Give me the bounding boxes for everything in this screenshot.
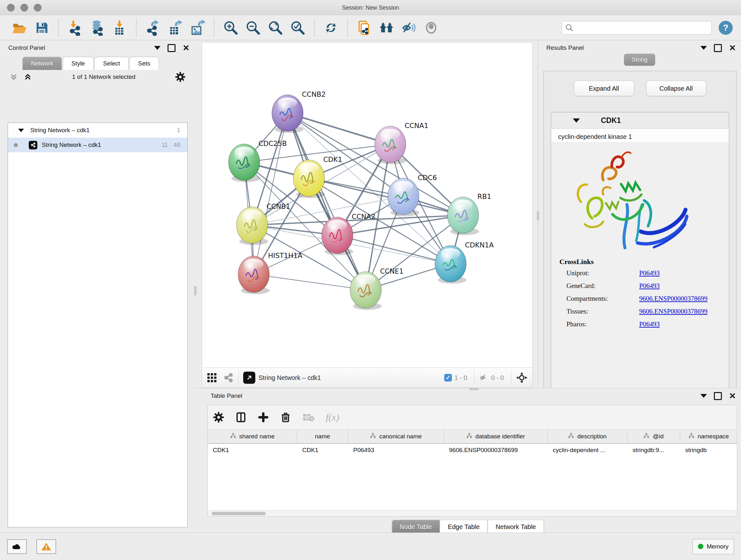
panel-float-icon[interactable]	[167, 44, 176, 52]
export-table-button[interactable]	[167, 19, 184, 36]
edge-CCNB2-CCNE1[interactable]	[287, 113, 366, 290]
crosslink-link[interactable]: 9606.ENSP00000378699	[639, 307, 708, 315]
table-cell[interactable]: cyclin-dependent ...	[548, 444, 627, 456]
grid-view-icon[interactable]	[206, 372, 217, 383]
zoom-fit-button[interactable]	[267, 19, 284, 36]
panel-close-icon[interactable]: ✕	[183, 45, 190, 51]
import-table-file-button[interactable]	[111, 19, 128, 36]
table-cell[interactable]: CDK1	[297, 444, 348, 456]
protein-expander-icon[interactable]	[573, 118, 580, 123]
clone-network-button[interactable]	[356, 19, 373, 36]
save-session-button[interactable]	[33, 19, 50, 36]
import-network-database-button[interactable]	[89, 19, 106, 36]
memory-button[interactable]: Memory	[692, 539, 734, 554]
delete-column-trash-icon[interactable]	[280, 412, 291, 423]
results-splitter-handle[interactable]	[537, 211, 539, 221]
tab-sets[interactable]: Sets	[130, 57, 159, 70]
network-graph[interactable]: CCNB2CCNA1CDC25BCDK1CDC6RB1CCNB1CCNA2CDK…	[202, 43, 532, 346]
import-network-file-button[interactable]	[67, 19, 83, 36]
column-header-shared-name[interactable]: shared name	[208, 430, 297, 443]
tab-edge-table[interactable]: Edge Table	[440, 520, 488, 534]
toolbar-separator	[136, 18, 137, 37]
table-cell[interactable]: stringdb:9...	[627, 444, 680, 456]
hide-selected-button[interactable]	[401, 19, 417, 36]
help-button[interactable]: ?	[719, 21, 733, 35]
results-panel: Results Panel ✕ String Expand All Collap…	[538, 40, 741, 388]
network-row[interactable]: String Network – cdk1 11 48	[8, 138, 187, 152]
column-header-description[interactable]: description	[548, 430, 627, 443]
network-options-gear-icon[interactable]	[175, 71, 186, 82]
search-input[interactable]	[576, 24, 708, 31]
column-header-name[interactable]: name	[297, 430, 348, 443]
zoom-selected-button[interactable]	[289, 19, 306, 36]
column-header-canonical-name[interactable]: canonical name	[348, 430, 444, 443]
crosslink-link[interactable]: P06493	[639, 269, 660, 277]
show-all-button[interactable]	[423, 19, 440, 36]
tab-node-table[interactable]: Node Table	[392, 520, 440, 534]
column-header--id[interactable]: @id	[627, 430, 680, 443]
crosslink-row: Tissues:9606.ENSP00000378699	[559, 307, 729, 315]
tab-style[interactable]: Style	[63, 57, 93, 70]
open-session-button[interactable]	[11, 19, 28, 36]
crosslink-label: Tissues:	[559, 307, 639, 315]
protein-structure-image	[564, 148, 698, 254]
table-horizontal-scrollbar[interactable]	[208, 510, 737, 516]
tab-network-table[interactable]: Network Table	[488, 520, 544, 534]
panel-menu-icon[interactable]	[154, 46, 160, 50]
panel-close-icon[interactable]: ✕	[729, 45, 736, 51]
node-label-CDC25B: CDC25B	[259, 139, 287, 147]
tab-select[interactable]: Select	[94, 57, 129, 70]
table-cell[interactable]: CDK1	[208, 444, 297, 456]
left-splitter-handle[interactable]	[194, 286, 197, 296]
export-image-button[interactable]	[189, 19, 206, 36]
table-cell[interactable]: P06493	[348, 444, 444, 456]
expand-all-icon[interactable]	[23, 72, 32, 82]
select-columns-icon[interactable]	[235, 412, 247, 423]
panel-close-icon[interactable]: ✕	[729, 393, 736, 399]
collapse-all-icon[interactable]	[9, 72, 18, 82]
table-row[interactable]: CDK1CDK1P064939606.ENSP00000378699cyclin…	[208, 444, 737, 456]
collection-expander-icon[interactable]	[18, 129, 24, 132]
network-name: String Network – cdk1	[42, 141, 101, 148]
panel-float-icon[interactable]	[714, 44, 722, 52]
crosslink-link[interactable]: P06493	[639, 282, 660, 290]
protein-header[interactable]: CDK1	[551, 112, 729, 129]
panel-float-icon[interactable]	[714, 392, 722, 400]
add-column-icon[interactable]	[258, 412, 269, 423]
crosslink-link[interactable]: 9606.ENSP00000378699	[639, 295, 708, 303]
open-in-window-button[interactable]	[243, 372, 255, 384]
database-icon	[89, 20, 105, 36]
table-gear-icon[interactable]	[213, 412, 224, 423]
save-disk-icon	[34, 20, 50, 36]
column-header-namespace[interactable]: namespace	[680, 430, 737, 443]
cloud-status-button[interactable]	[7, 539, 27, 554]
share-view-icon[interactable]	[223, 372, 234, 383]
warnings-button[interactable]	[37, 539, 56, 554]
node-label-CCNE1: CCNE1	[380, 267, 403, 275]
birds-eye-view-icon[interactable]	[516, 372, 528, 384]
crosslink-link[interactable]: P06493	[639, 320, 660, 328]
selected-checkbox-icon[interactable]: ✓	[444, 374, 452, 381]
table-cell[interactable]: stringdb	[680, 444, 737, 456]
expand-all-button[interactable]: Expand All	[574, 81, 634, 96]
zoom-out-button[interactable]	[245, 19, 261, 36]
network-column-icon	[466, 433, 472, 440]
first-neighbors-button[interactable]	[378, 19, 395, 36]
tab-network[interactable]: Network	[22, 57, 62, 70]
panel-menu-icon[interactable]	[700, 46, 707, 50]
edge-CCNB2-HIST1H1A[interactable]	[254, 113, 287, 274]
edge-HIST1H1A-CCNE1[interactable]	[254, 274, 366, 290]
table-splitter-handle[interactable]	[469, 388, 479, 390]
collapse-all-button[interactable]: Collapse All	[646, 81, 706, 96]
table-cell[interactable]: 9606.ENSP00000378699	[444, 444, 548, 456]
apply-layout-button[interactable]	[323, 19, 339, 36]
zoom-in-button[interactable]	[222, 19, 239, 36]
results-tab-string[interactable]: String	[624, 54, 655, 66]
network-list-toolbar: 1 of 1 Network selected	[0, 70, 195, 84]
column-header-database-identifier[interactable]: database identifier	[444, 430, 548, 443]
panel-menu-icon[interactable]	[700, 394, 707, 398]
network-collection-row[interactable]: String Network – cdk1 1	[8, 123, 187, 138]
scrollbar-thumb[interactable]	[212, 512, 266, 515]
network-canvas[interactable]: CCNB2CCNA1CDC25BCDK1CDC6RB1CCNB1CCNA2CDK…	[202, 42, 533, 388]
export-network-button[interactable]	[145, 19, 161, 36]
